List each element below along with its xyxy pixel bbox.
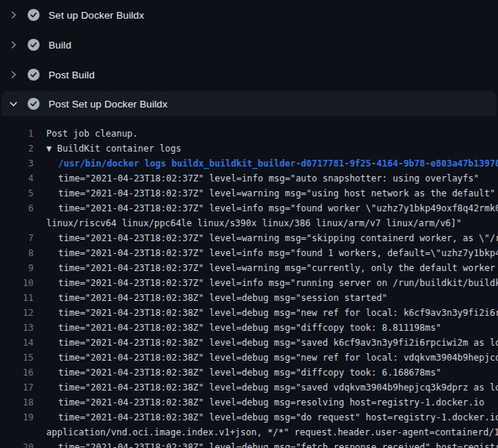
step-label: Set up Docker Buildx xyxy=(49,10,144,21)
log-group-toggle[interactable]: ▼ BuildKit container logs xyxy=(46,141,181,156)
log-row: 13time="2021-04-23T18:02:38Z" level=debu… xyxy=(0,320,498,335)
log-row: 17time="2021-04-23T18:02:38Z" level=debu… xyxy=(0,380,498,395)
log-line-text: time="2021-04-23T18:02:37Z" level=info m… xyxy=(58,171,479,186)
step-setup-docker-buildx[interactable]: Set up Docker Buildx xyxy=(0,0,498,30)
step-list: Set up Docker Buildx Build Post Build xyxy=(0,0,498,116)
log-line-number[interactable]: 10 xyxy=(0,276,34,290)
check-circle-icon xyxy=(28,98,40,110)
log-line-number[interactable]: 15 xyxy=(0,350,34,365)
log-line-number[interactable]: 12 xyxy=(0,305,34,320)
log-row: 1Post job cleanup. xyxy=(0,126,498,141)
log-line-text: /usr/bin/docker logs buildx_buildkit_bui… xyxy=(58,156,498,171)
step-post-setup-docker-buildx[interactable]: Post Set up Docker Buildx xyxy=(1,91,497,116)
log-line-text: time="2021-04-23T18:02:37Z" level=info m… xyxy=(58,246,498,261)
log-line-text: time="2021-04-23T18:02:38Z" level=debug … xyxy=(58,440,498,448)
log-row: 3/usr/bin/docker logs buildx_buildkit_bu… xyxy=(0,156,498,171)
log-line-text: linux/riscv64 linux/ppc64le linux/s390x … xyxy=(46,216,461,231)
log-row: 11time="2021-04-23T18:02:38Z" level=debu… xyxy=(0,290,498,305)
log-row: 20time="2021-04-23T18:02:38Z" level=debu… xyxy=(0,440,498,448)
log-line-number[interactable]: 9 xyxy=(0,261,34,276)
log-row: 7time="2021-04-23T18:02:37Z" level=warni… xyxy=(0,231,498,246)
log-line-number[interactable]: 14 xyxy=(0,335,34,350)
log-line-number[interactable]: 8 xyxy=(0,246,34,261)
log-line-text: time="2021-04-23T18:02:38Z" level=debug … xyxy=(58,335,498,350)
log-output: 1Post job cleanup.2▼ BuildKit container … xyxy=(0,116,498,448)
step-label: Post Set up Docker Buildx xyxy=(49,99,167,110)
chevron-down-icon xyxy=(8,99,19,109)
log-row: linux/riscv64 linux/ppc64le linux/s390x … xyxy=(0,216,498,231)
log-line-text: application/vnd.oci.image.index.v1+json,… xyxy=(46,425,498,440)
log-line-number[interactable]: 19 xyxy=(0,410,34,425)
log-row: 6time="2021-04-23T18:02:37Z" level=info … xyxy=(0,201,498,216)
step-build[interactable]: Build xyxy=(0,30,498,60)
actions-log-viewer: Set up Docker Buildx Build Post Build xyxy=(0,0,498,448)
log-line-number[interactable]: 6 xyxy=(0,201,34,216)
check-circle-icon xyxy=(28,39,40,51)
chevron-right-icon xyxy=(8,69,19,80)
log-row: application/vnd.oci.image.index.v1+json,… xyxy=(0,425,498,440)
chevron-right-icon xyxy=(8,40,19,50)
log-line-text: time="2021-04-23T18:02:38Z" level=debug … xyxy=(58,395,485,410)
log-line-text: time="2021-04-23T18:02:38Z" level=debug … xyxy=(58,380,498,395)
log-line-number[interactable]: 5 xyxy=(0,186,34,201)
chevron-right-icon xyxy=(8,10,19,20)
log-line-number[interactable]: 20 xyxy=(0,440,34,448)
log-row: 4time="2021-04-23T18:02:37Z" level=info … xyxy=(0,171,498,186)
log-line-text: time="2021-04-23T18:02:37Z" level=warnin… xyxy=(58,186,495,201)
log-line-text: time="2021-04-23T18:02:37Z" level=info m… xyxy=(58,201,498,216)
log-line-text: Post job cleanup. xyxy=(46,126,138,141)
log-line-text: time="2021-04-23T18:02:37Z" level=info m… xyxy=(58,276,498,290)
log-row: 8time="2021-04-23T18:02:37Z" level=info … xyxy=(0,246,498,261)
log-line-text: time="2021-04-23T18:02:38Z" level=debug … xyxy=(58,350,498,365)
log-row: 16time="2021-04-23T18:02:38Z" level=debu… xyxy=(0,365,498,380)
step-label: Build xyxy=(49,40,72,51)
log-line-number[interactable]: 1 xyxy=(0,126,34,141)
log-row: 19time="2021-04-23T18:02:38Z" level=debu… xyxy=(0,410,498,425)
log-line-number[interactable]: 18 xyxy=(0,395,34,410)
check-circle-icon xyxy=(28,9,40,21)
log-row: 10time="2021-04-23T18:02:37Z" level=info… xyxy=(0,276,498,290)
log-line-text: time="2021-04-23T18:02:38Z" level=debug … xyxy=(58,305,498,320)
log-row: 18time="2021-04-23T18:02:38Z" level=debu… xyxy=(0,395,498,410)
log-line-number[interactable]: 2 xyxy=(0,141,34,156)
log-row: 12time="2021-04-23T18:02:38Z" level=debu… xyxy=(0,305,498,320)
step-post-build[interactable]: Post Build xyxy=(0,60,498,90)
log-line-number[interactable]: 17 xyxy=(0,380,34,395)
log-row: 9time="2021-04-23T18:02:37Z" level=warni… xyxy=(0,261,498,276)
log-row: 14time="2021-04-23T18:02:38Z" level=debu… xyxy=(0,335,498,350)
log-line-number[interactable]: 4 xyxy=(0,171,34,186)
log-row: 15time="2021-04-23T18:02:38Z" level=debu… xyxy=(0,350,498,365)
log-line-number[interactable]: 13 xyxy=(0,320,34,335)
step-label: Post Build xyxy=(49,69,95,81)
log-row: 5time="2021-04-23T18:02:37Z" level=warni… xyxy=(0,186,498,201)
log-row: 2▼ BuildKit container logs xyxy=(0,141,498,156)
log-line-text: time="2021-04-23T18:02:37Z" level=warnin… xyxy=(58,261,498,276)
log-line-number[interactable]: 3 xyxy=(0,156,34,171)
log-line-text: time="2021-04-23T18:02:37Z" level=warnin… xyxy=(58,231,498,246)
check-circle-icon xyxy=(28,69,40,81)
log-line-number[interactable]: 7 xyxy=(0,231,34,246)
log-line-text: time="2021-04-23T18:02:38Z" level=debug … xyxy=(58,290,387,305)
log-line-number[interactable]: 16 xyxy=(0,365,34,380)
log-line-text: time="2021-04-23T18:02:38Z" level=debug … xyxy=(58,365,441,380)
log-line-text: time="2021-04-23T18:02:38Z" level=debug … xyxy=(58,410,498,425)
log-line-number[interactable]: 11 xyxy=(0,290,34,305)
log-line-text: time="2021-04-23T18:02:38Z" level=debug … xyxy=(58,320,441,335)
